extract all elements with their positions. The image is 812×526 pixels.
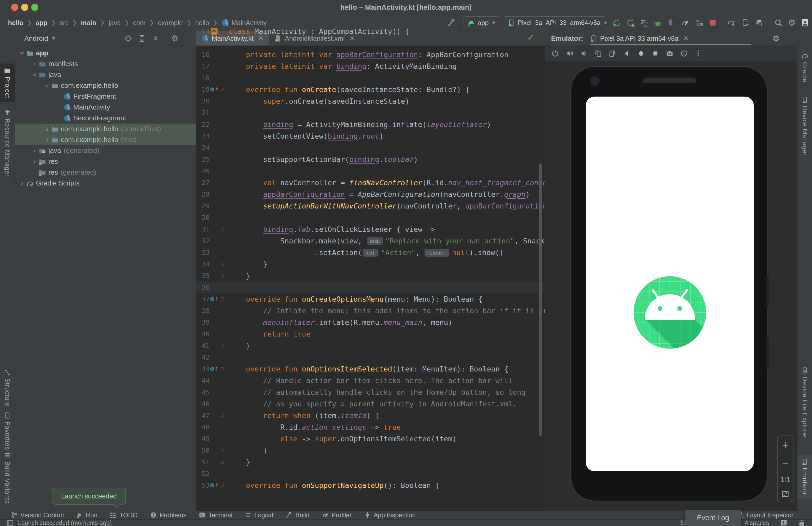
tree-row-manifests[interactable]: manifests	[15, 58, 212, 69]
line-number[interactable]: 49	[196, 435, 209, 443]
chevron-right-icon[interactable]	[43, 137, 50, 143]
code-line-53[interactable]: 53 override fun onSupportNavigateUp(): B…	[196, 479, 545, 491]
locate-icon[interactable]	[124, 34, 132, 42]
tree-row-com-example-hello[interactable]: com.example.hello	[15, 80, 224, 91]
window-layout-icon[interactable]	[6, 519, 14, 526]
tool-window-button-todo[interactable]: TODO	[110, 511, 137, 519]
tool-window-button-build[interactable]: Build	[286, 511, 309, 519]
line-number[interactable]: 47	[196, 412, 209, 419]
line-number[interactable]: 18	[196, 74, 209, 82]
overview-icon[interactable]	[650, 49, 661, 57]
settings-gear-icon[interactable]: ⚙	[772, 34, 780, 43]
code-line-50[interactable]: 50 }	[196, 444, 545, 456]
tool-strip-item-project[interactable]: Project	[0, 63, 15, 102]
code-line-40[interactable]: 40 return true	[196, 328, 545, 340]
volume-up-icon[interactable]	[564, 49, 575, 57]
tool-window-button-problems[interactable]: Problems	[150, 511, 186, 519]
chevron-down-icon[interactable]	[43, 83, 50, 88]
code-line-27[interactable]: 27 val navController = findNavController…	[196, 177, 545, 188]
tool-strip-item-emulator[interactable]: Emulator	[797, 455, 812, 499]
code-line-48[interactable]: 48 R.id.action_settings -> true	[196, 421, 545, 433]
code-area[interactable]: 14<>class MainActivity : AppCompatActivi…	[196, 46, 545, 511]
line-number[interactable]: 43	[196, 365, 209, 373]
tree-row-java[interactable]: java	[15, 69, 212, 80]
fold-marker-icon[interactable]	[219, 274, 226, 278]
code-line-18[interactable]: 18	[196, 72, 545, 84]
tool-strip-item-resource-manager[interactable]: Resource Manager	[0, 105, 15, 180]
more-kebab-icon[interactable]	[693, 49, 704, 57]
line-number[interactable]: 50	[196, 447, 209, 454]
line-number[interactable]: 51	[196, 458, 209, 466]
code-line-29[interactable]: 29 setupActionBarWithNavController(navCo…	[196, 200, 545, 212]
line-number[interactable]: 42	[196, 353, 209, 361]
code-line-26[interactable]: 26	[196, 165, 545, 177]
chevron-right-icon[interactable]	[31, 61, 38, 67]
line-number[interactable]: 48	[196, 423, 209, 431]
line-number[interactable]: 23	[196, 132, 209, 140]
tool-strip-item-favorites[interactable]: Favorites	[0, 408, 15, 454]
indent-setting[interactable]: 4 spaces	[745, 520, 769, 526]
code-line-33[interactable]: 33 .setAction(text:"Action", listener:nu…	[196, 247, 545, 258]
code-line-49[interactable]: 49 else -> super.onOptionsItemSelected(i…	[196, 433, 545, 444]
code-line-16[interactable]: 16 private lateinit var appBarConfigurat…	[196, 49, 545, 60]
editor-scrollbar[interactable]	[539, 163, 542, 436]
tree-row-res[interactable]: res(generated)	[15, 167, 212, 178]
fold-marker-icon[interactable]	[219, 227, 226, 232]
line-number[interactable]: 39	[196, 319, 209, 326]
chevron-right-icon[interactable]	[31, 159, 38, 164]
breadcrumb-item-example[interactable]: example	[158, 19, 183, 27]
breadcrumb-item-com[interactable]: com	[133, 19, 146, 27]
tool-window-button-layout-inspector[interactable]: Layout Inspector	[737, 511, 794, 519]
settings-gear-icon[interactable]: ⚙	[788, 18, 796, 27]
home-icon[interactable]	[636, 49, 646, 57]
breadcrumb-item-main[interactable]: main	[81, 19, 96, 27]
fit-to-window-button[interactable]	[781, 490, 789, 498]
tree-row-app[interactable]: app	[15, 48, 200, 58]
run-tasks-list-icon[interactable]	[640, 18, 648, 27]
line-number[interactable]: 37	[196, 295, 209, 303]
code-line-37[interactable]: 37 override fun onCreateOptionsMenu(menu…	[196, 293, 545, 305]
collapse-all-icon[interactable]	[152, 34, 160, 42]
code-line-43[interactable]: 43 override fun onOptionsItemSelected(it…	[196, 363, 545, 375]
profile-avatar-icon[interactable]	[801, 18, 809, 27]
code-line-52[interactable]: 52	[196, 468, 545, 479]
chevron-down-icon[interactable]	[31, 72, 38, 77]
fold-marker-icon[interactable]	[219, 262, 226, 266]
line-number[interactable]: 40	[196, 330, 209, 338]
hide-panel-icon[interactable]: —	[184, 34, 192, 42]
tree-row-com-example-hello[interactable]: com.example.hello(test)	[15, 134, 224, 145]
code-line-23[interactable]: 23 setContentView(binding.root)	[196, 130, 545, 142]
line-number[interactable]: 16	[196, 51, 209, 58]
tool-window-button-app-inspection[interactable]: App Inspection	[364, 511, 416, 519]
breadcrumb-item-app[interactable]: app	[36, 19, 47, 27]
fold-marker-icon[interactable]	[219, 448, 226, 453]
tool-strip-item-build-variants[interactable]: Build Variants	[0, 448, 15, 507]
code-line-30[interactable]: 30	[196, 212, 545, 223]
tool-strip-item-gradle[interactable]: Gradle	[797, 49, 812, 86]
line-number[interactable]: 46	[196, 400, 209, 408]
snapshot-icon[interactable]	[679, 49, 689, 57]
tool-window-button-logcat[interactable]: Logcat	[245, 511, 273, 519]
tree-row-com-example-hello[interactable]: com.example.hello(androidTest)	[15, 123, 224, 134]
volume-down-icon[interactable]	[579, 49, 589, 57]
tool-strip-item-device-manager[interactable]: Device Manager	[797, 92, 812, 160]
line-number[interactable]: 38	[196, 307, 209, 315]
apply-code-changes-icon[interactable]: A	[626, 18, 634, 27]
tool-window-button-run[interactable]: Run	[76, 511, 97, 519]
code-line-35[interactable]: 35 }	[196, 270, 545, 281]
breadcrumb-item-src[interactable]: src	[60, 19, 69, 27]
tool-window-button-version-control[interactable]: Version Control	[11, 511, 64, 519]
power-icon[interactable]	[550, 49, 561, 57]
back-icon[interactable]	[621, 49, 632, 57]
stop-icon[interactable]	[709, 18, 717, 27]
zoom-out-button[interactable]: −	[782, 458, 788, 468]
code-line-41[interactable]: 41 }	[196, 340, 545, 351]
line-number[interactable]: 53	[196, 482, 209, 489]
line-number[interactable]: 24	[196, 144, 209, 151]
code-line-47[interactable]: 47 return when (item.itemId) {	[196, 410, 545, 421]
tree-row-res[interactable]: res	[15, 156, 212, 167]
sdk-manager-icon[interactable]	[755, 18, 764, 27]
chevron-right-icon[interactable]	[18, 181, 25, 186]
line-number[interactable]: 22	[196, 121, 209, 128]
settings-gear-icon[interactable]: ⚙	[171, 34, 178, 42]
